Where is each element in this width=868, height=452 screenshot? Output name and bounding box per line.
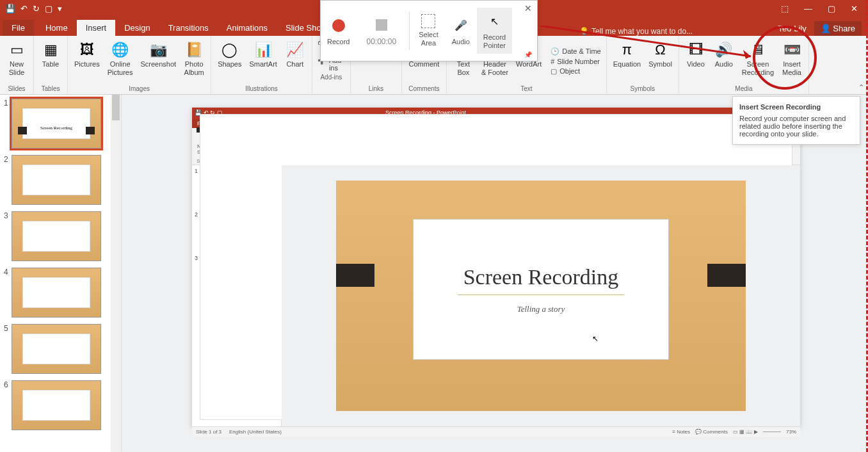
slide-number: 6 [4,380,12,430]
undo-icon[interactable]: ↶ [20,4,28,13]
shapes-button[interactable]: ◯Shapes [215,38,244,84]
slide-thumb[interactable]: 4 [0,264,121,320]
tab-insert[interactable]: Insert [77,20,116,36]
slide-thumbnail-3[interactable] [12,211,101,261]
slidenum-button[interactable]: # Slide Number [549,57,602,66]
slide-thumbnail-4[interactable] [12,268,101,318]
select-area-button[interactable]: SelectArea [412,10,445,51]
group-text: Text [520,84,532,94]
table-button[interactable]: ▦Table [38,38,63,84]
tab-home[interactable]: Home [36,20,77,36]
group-links: Links [369,84,383,94]
tab-transitions[interactable]: Transitions [159,20,218,36]
slide-number: 5 [4,324,12,374]
share-label: Share [833,24,855,33]
new-slide-button[interactable]: ▭NewSlide [4,38,29,84]
group-illustrations: Illustrations [245,84,278,94]
slide-canvas: 💾 ↶ ↻ ▢ Screen Recording - PowerPoint ⬚ … [122,95,868,452]
window-controls: ⬚ — ▢ ✕ [781,4,865,13]
tab-animations[interactable]: Animations [218,20,277,36]
group-images: Images [129,84,150,94]
group-media: Media [735,84,752,94]
slide-number: 3 [4,211,12,261]
tell-me-placeholder: Tell me what you want to do... [591,27,693,36]
inner-zoom: 73% [786,429,796,435]
collapse-ribbon-icon[interactable]: ⌃ [858,83,864,92]
slide-thumb[interactable]: 5 [0,320,121,376]
inner-status-slide: Slide 1 of 3 [196,429,221,435]
inner-powerpoint-screenshot: 💾 ↶ ↻ ▢ Screen Recording - PowerPoint ⬚ … [192,108,800,426]
record-bar-pin-icon[interactable]: 📌 [524,51,532,58]
group-symbols: Symbols [631,84,655,94]
screen-recording-toolbar: Record 00:00:00 SelectArea 🎤 Audio ↖ Rec… [320,0,538,61]
qat-more-icon[interactable]: ▾ [58,4,62,13]
slide-number: 4 [4,268,12,318]
video-button[interactable]: 🎞Video [683,38,709,84]
record-pointer-button[interactable]: ↖ RecordPointer [477,8,512,53]
thumbnail-scrollbar[interactable] [111,95,121,452]
slide-thumbnail-2[interactable] [12,155,101,205]
slide-number: 2 [4,155,12,205]
stop-button[interactable]: 00:00:00 [356,12,406,50]
object-button[interactable]: ▢ Object [549,67,602,76]
start-from-beginning-icon[interactable]: ▢ [45,4,52,13]
maximize-button[interactable]: ▢ [828,4,835,13]
group-tables: Tables [42,84,60,94]
inner-slide-subtitle: Telling a story [517,304,565,314]
record-bar-close-icon[interactable]: ✕ [524,3,532,13]
insert-media-button[interactable]: 📼InsertMedia [779,38,805,84]
group-slides: Slides [8,84,25,94]
slide-thumb[interactable]: 3 [0,207,121,264]
tell-me-search[interactable]: 💡 Tell me what you want to do... [579,27,693,36]
slide-number: 1 [4,99,12,149]
inner-notes-button: ≡ Notes [672,429,690,435]
record-audio-button[interactable]: 🎤 Audio [445,12,477,50]
record-timer: 00:00:00 [362,37,400,46]
datetime-button[interactable]: 🕒 Date & Time [549,47,602,56]
slide-thumbnail-1[interactable]: Screen Recording [12,99,101,149]
close-button[interactable]: ✕ [851,4,858,13]
pictures-button[interactable]: 🖼Pictures [72,38,102,84]
record-button[interactable]: Record [321,12,356,50]
slide-thumbnail-6[interactable] [12,380,101,430]
tooltip-title: Insert Screen Recording [739,103,853,111]
slide-thumb[interactable]: 6 [0,376,121,433]
workspace: 1 Screen Recording 2 3 4 5 6 [0,95,868,452]
file-tab[interactable]: File [3,20,34,36]
inner-comments-button: 💬 Comments [695,429,728,435]
inner-slide-title: Screen Recording [463,265,619,289]
slide-thumbnails-panel: 1 Screen Recording 2 3 4 5 6 [0,95,122,452]
slide-thumbnail-5[interactable] [12,324,101,374]
screen-recording-tooltip: Insert Screen Recording Record your comp… [732,96,860,145]
inner-status-lang: English (United States) [229,429,282,435]
slide-thumb[interactable]: 2 [0,151,121,207]
save-icon[interactable]: 💾 [5,4,15,13]
cursor-icon: ↖ [592,334,599,343]
tooltip-body: Record your computer screen and related … [739,115,853,138]
group-addins: Add-ins [320,72,342,83]
quick-access-toolbar: 💾 ↶ ↻ ▢ ▾ [3,4,62,13]
smartart-button[interactable]: 📊SmartArt [246,38,279,84]
ribbon-display-icon[interactable]: ⬚ [781,4,789,13]
chart-button[interactable]: 📈Chart [282,38,308,84]
equation-button[interactable]: πEquation [611,38,643,84]
minimize-button[interactable]: — [804,4,812,13]
screenshot-button[interactable]: 📷Screenshot [138,38,179,84]
share-button[interactable]: 👤 Share [814,21,862,36]
redo-icon[interactable]: ↻ [33,4,40,13]
online-pictures-button[interactable]: 🌐OnlinePictures [105,38,136,84]
photo-album-button[interactable]: 📔PhotoAlbum [181,38,207,84]
audio-button[interactable]: 🔊Audio [711,38,737,84]
symbol-button[interactable]: ΩSymbol [646,38,675,84]
group-comments: Comments [408,84,439,94]
screen-recording-button[interactable]: 🖥ScreenRecording [739,38,776,84]
user-name[interactable]: Teo Lily [778,24,807,33]
slide-thumb[interactable]: 1 Screen Recording [0,95,121,151]
tab-design[interactable]: Design [115,20,159,36]
